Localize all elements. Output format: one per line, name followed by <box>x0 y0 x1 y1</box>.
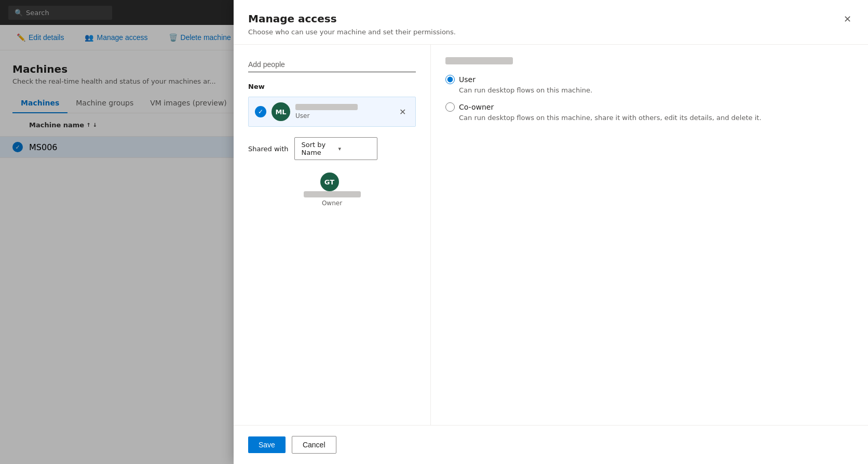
coowner-radio-option: Co-owner Can run desktop flows on this m… <box>445 102 853 122</box>
add-people-input[interactable] <box>248 57 416 72</box>
coowner-radio-input[interactable] <box>445 102 455 112</box>
new-user-role: User <box>295 112 396 120</box>
modal-left-panel: New ✓ ML User ✕ Shared with Sort by Name… <box>234 45 431 425</box>
user-radio-desc: Can run desktop flows on this machine. <box>459 86 853 94</box>
selected-user-name-blurred <box>445 57 513 64</box>
sort-by-dropdown[interactable]: Sort by Name ▾ <box>294 137 377 160</box>
modal-overlay <box>0 0 234 464</box>
user-selected-check: ✓ <box>255 106 266 117</box>
modal-subtitle: Choose who can use your machine and set … <box>248 28 456 36</box>
coowner-radio-desc: Can run desktop flows on this machine, s… <box>459 114 853 122</box>
modal-right-panel: User Can run desktop flows on this machi… <box>431 45 868 425</box>
new-section-label: New <box>248 83 416 90</box>
manage-access-modal: Manage access Choose who can use your ma… <box>234 0 868 464</box>
new-user-info: User <box>295 104 396 120</box>
modal-body: New ✓ ML User ✕ Shared with Sort by Name… <box>234 45 868 425</box>
cancel-button[interactable]: Cancel <box>292 436 336 454</box>
shared-with-row: Shared with Sort by Name ▾ <box>248 137 416 160</box>
save-button[interactable]: Save <box>248 436 286 453</box>
modal-close-button[interactable]: ✕ <box>842 12 853 26</box>
modal-footer: Save Cancel <box>234 425 868 464</box>
user-radio-input[interactable] <box>445 75 455 84</box>
sort-by-label: Sort by Name <box>301 141 334 156</box>
user-radio-label: User <box>459 75 476 84</box>
modal-header: Manage access Choose who can use your ma… <box>234 0 868 45</box>
owner-avatar: GT <box>320 173 339 191</box>
coowner-radio-label: Co-owner <box>459 103 494 111</box>
modal-title: Manage access <box>248 12 456 25</box>
new-user-name-blurred <box>295 104 358 110</box>
new-user-avatar: ML <box>272 102 290 121</box>
shared-with-label: Shared with <box>248 145 288 153</box>
new-user-item: ✓ ML User ✕ <box>248 97 416 127</box>
owner-role: Owner <box>322 200 342 207</box>
permission-radio-group: User Can run desktop flows on this machi… <box>445 75 853 130</box>
chevron-down-icon: ▾ <box>338 145 371 152</box>
owner-item: GT Owner <box>248 168 416 211</box>
user-radio-option: User Can run desktop flows on this machi… <box>445 75 853 94</box>
owner-name-blurred <box>304 191 361 197</box>
remove-user-button[interactable]: ✕ <box>396 106 409 118</box>
